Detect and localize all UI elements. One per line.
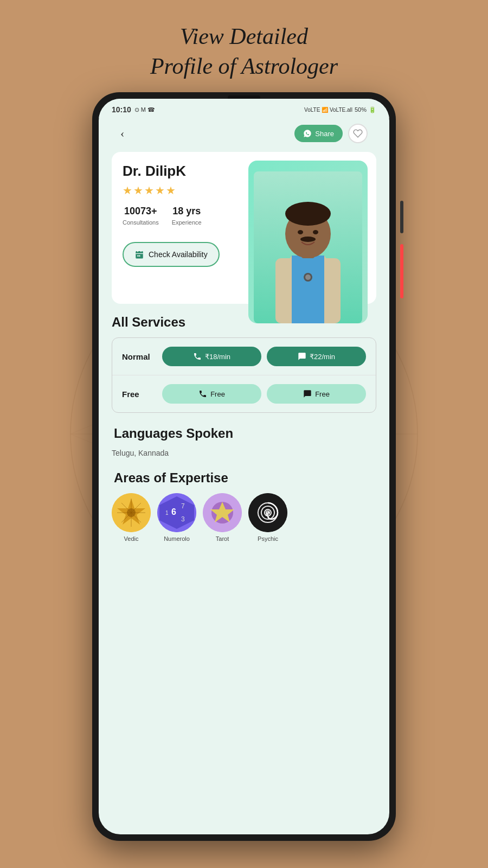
consultations-count: 10073+ — [123, 206, 159, 217]
star-rating: ★★★★★ — [123, 184, 256, 197]
experience-count: 18 yrs — [172, 206, 202, 217]
svg-rect-25 — [136, 251, 143, 259]
consultations-label: Consultations — [123, 219, 159, 226]
normal-chat-button[interactable]: ₹22/min — [267, 347, 366, 366]
signal-text: VoLTE 📶 VoLTE.all — [304, 107, 352, 113]
svg-text:1: 1 — [165, 510, 169, 516]
phone-frame: 10:10 ⊙ M ☎ VoLTE 📶 VoLTE.all 50% 🔋 ‹ — [92, 92, 396, 841]
bottom-spacer — [110, 551, 378, 572]
heart-icon — [353, 129, 363, 138]
time-display: 10:10 — [112, 105, 131, 114]
svg-rect-33 — [292, 256, 324, 323]
astrologer-name: Dr. DilipK — [123, 163, 256, 180]
phone-free-icon — [198, 390, 207, 398]
battery-icon: 🔋 — [369, 106, 376, 113]
whatsapp-icon — [303, 129, 312, 138]
normal-chat-price: ₹22/min — [310, 353, 335, 361]
chat-free-icon — [303, 390, 312, 398]
expertise-numerology: 6 7 3 1 Numerolo — [157, 493, 196, 542]
profile-card: Dr. DilipK ★★★★★ 10073+ Consultations 18… — [112, 152, 376, 304]
expertise-psychic: Psychic — [248, 493, 287, 542]
service-btns-free: Free Free — [162, 384, 366, 404]
free-chat-button[interactable]: Free — [267, 384, 366, 404]
psychic-icon — [248, 493, 287, 532]
expertise-icons-list: Vedic 6 7 3 1 — [112, 493, 376, 542]
expertise-section: Areas of Expertise — [110, 470, 378, 542]
normal-call-price: ₹18/min — [205, 353, 230, 361]
calendar-icon — [134, 250, 144, 259]
share-button[interactable]: Share — [294, 125, 343, 142]
service-row-normal: Normal ₹18/min ₹22/min — [112, 338, 376, 375]
app-content[interactable]: ‹ Share — [99, 118, 389, 827]
svg-text:6: 6 — [171, 507, 176, 516]
favorite-button[interactable] — [348, 124, 368, 143]
services-box: Normal ₹18/min ₹22/min — [112, 337, 376, 413]
svg-rect-29 — [137, 256, 138, 257]
svg-text:7: 7 — [181, 502, 185, 510]
status-right: VoLTE 📶 VoLTE.all 50% 🔋 — [304, 106, 376, 113]
consultations-stat: 10073+ Consultations — [123, 206, 159, 227]
svg-point-38 — [285, 202, 331, 226]
expertise-vedic: Vedic — [112, 493, 151, 542]
svg-point-40 — [313, 230, 318, 234]
experience-label: Experience — [172, 219, 202, 226]
numerology-label: Numerolo — [164, 535, 190, 542]
psychic-label: Psychic — [258, 535, 278, 542]
languages-title: Languages Spoken — [112, 426, 376, 441]
numerology-icon: 6 7 3 1 — [157, 493, 196, 532]
languages-list: Telugu, Kannada — [112, 449, 376, 457]
astrologer-avatar — [254, 171, 362, 323]
vedic-icon — [112, 493, 151, 532]
service-type-free: Free — [122, 390, 155, 399]
side-button-red — [400, 244, 403, 298]
free-call-button[interactable]: Free — [162, 384, 261, 404]
status-icons: ⊙ M ☎ — [134, 106, 155, 113]
profile-info: Dr. DilipK ★★★★★ 10073+ Consultations 18… — [123, 163, 256, 267]
phone-screen: 10:10 ⊙ M ☎ VoLTE 📶 VoLTE.all 50% 🔋 ‹ — [99, 99, 389, 834]
service-btns-normal: ₹18/min ₹22/min — [162, 347, 366, 366]
languages-section: Languages Spoken Telugu, Kannada — [110, 426, 378, 457]
svg-point-41 — [300, 237, 316, 242]
nav-actions: Share — [294, 124, 368, 143]
phone-icon — [193, 352, 202, 361]
vedic-label: Vedic — [124, 535, 139, 542]
profile-image-container — [248, 161, 368, 323]
svg-text:3: 3 — [181, 515, 185, 523]
tarot-icon — [203, 493, 242, 532]
tarot-label: Tarot — [216, 535, 229, 542]
experience-stat: 18 yrs Experience — [172, 206, 202, 227]
free-call-label: Free — [210, 390, 225, 398]
normal-call-button[interactable]: ₹18/min — [162, 347, 261, 366]
battery-level: 50% — [355, 106, 367, 113]
status-left: 10:10 ⊙ M ☎ — [112, 105, 155, 114]
service-type-normal: Normal — [122, 352, 155, 361]
availability-label: Check Availability — [149, 250, 208, 259]
status-bar: 10:10 ⊙ M ☎ VoLTE 📶 VoLTE.all 50% 🔋 — [99, 99, 389, 118]
svg-rect-30 — [139, 256, 140, 257]
service-row-free: Free Free Free — [112, 375, 376, 412]
svg-point-39 — [298, 230, 303, 234]
back-button[interactable]: ‹ — [120, 126, 124, 141]
side-button-top — [400, 201, 403, 233]
profile-stats: 10073+ Consultations 18 yrs Experience — [123, 206, 256, 227]
svg-point-43 — [305, 275, 311, 280]
check-availability-button[interactable]: Check Availability — [123, 242, 220, 267]
expertise-tarot: Tarot — [203, 493, 242, 542]
free-chat-label: Free — [315, 390, 330, 398]
nav-bar: ‹ Share — [110, 118, 378, 152]
chat-icon — [298, 352, 306, 361]
page-title: View Detailed Profile of Astrologer — [0, 22, 488, 81]
expertise-title: Areas of Expertise — [112, 470, 376, 486]
